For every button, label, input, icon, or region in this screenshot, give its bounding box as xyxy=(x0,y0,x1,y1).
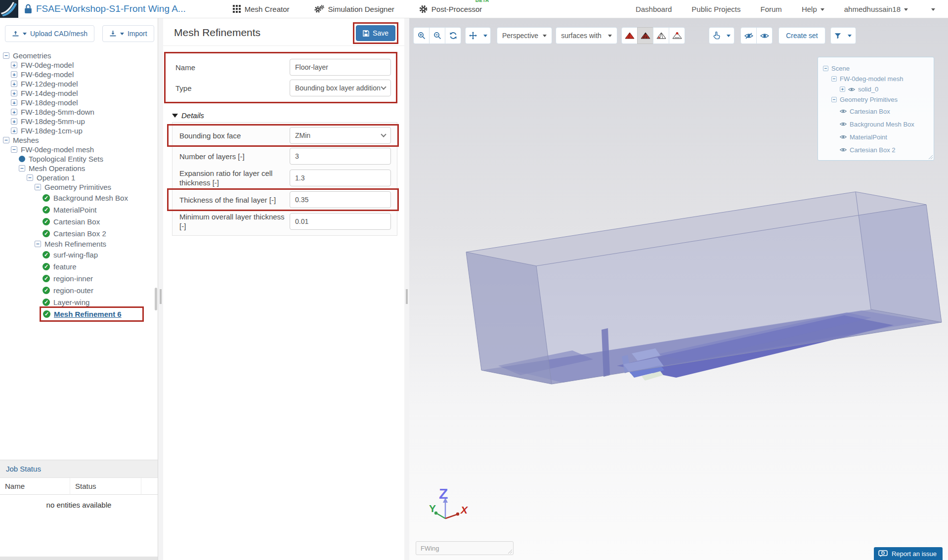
scene-tree-item-label[interactable]: Scene xyxy=(831,65,850,72)
tree-item[interactable]: ✓Cartesian Box 2 xyxy=(0,227,158,239)
nav-mesh-creator[interactable]: Mesh Creator xyxy=(233,5,290,13)
tree-item-label[interactable]: FW-18deg-5mm-down xyxy=(21,108,94,116)
minus-expand-icon[interactable]: − xyxy=(823,66,828,71)
tree-item-label[interactable]: Mesh Refinement 6 xyxy=(54,310,122,318)
render-mode-select[interactable]: surfaces with v xyxy=(556,27,617,44)
scene-tree-item[interactable]: Background Mesh Box xyxy=(823,118,930,130)
minus-expand-icon[interactable]: − xyxy=(831,97,837,102)
eye-icon[interactable] xyxy=(840,134,847,139)
minus-expand-icon[interactable]: − xyxy=(831,76,837,82)
plus-expand-icon[interactable]: + xyxy=(11,62,17,68)
tree-item[interactable]: ✓region-outer xyxy=(0,284,158,296)
tree-item-label[interactable]: FW-18deg-5mm-up xyxy=(21,117,85,126)
app-logo[interactable] xyxy=(0,0,18,18)
tree-item-label[interactable]: surf-wing-flap xyxy=(53,251,98,259)
create-set-button[interactable]: Create set xyxy=(778,27,825,44)
scene-tree-item-label[interactable]: Cartesian Box 2 xyxy=(850,146,896,154)
tree-item[interactable]: ✓Cartesian Box xyxy=(0,215,158,227)
tree-item[interactable]: ✓Background Mesh Box xyxy=(0,192,158,204)
tree-item[interactable]: ✓feature xyxy=(0,260,158,272)
pick-tool-button[interactable] xyxy=(709,27,734,44)
tree-item[interactable]: +FW-14deg-model xyxy=(0,88,158,98)
scene-tree-item[interactable]: MaterialPoint xyxy=(823,130,930,143)
nav-help-menu[interactable]: Help xyxy=(802,5,824,13)
plus-expand-icon[interactable]: + xyxy=(11,99,17,106)
tree-item-label[interactable]: Mesh Refinements xyxy=(44,240,106,248)
minus-expand-icon[interactable]: − xyxy=(35,184,41,190)
scene-tree-item[interactable]: −Geometry Primitives xyxy=(823,94,930,105)
panel-splitter[interactable] xyxy=(404,18,409,560)
tree-item-label[interactable]: Mesh Operations xyxy=(29,164,85,172)
tree-item[interactable]: +FW-18deg-model xyxy=(0,98,158,107)
report-issue-button[interactable]: Report an issue xyxy=(874,547,943,560)
tree-item[interactable]: ✓surf-wing-flap xyxy=(0,249,158,260)
nav-forum[interactable]: Forum xyxy=(761,5,782,13)
resize-handle-icon[interactable] xyxy=(508,549,512,554)
field-input[interactable]: 0.35 xyxy=(290,191,391,208)
tree-item-label[interactable]: FW-18deg-model xyxy=(21,98,78,107)
tree-item[interactable]: ✓Mesh Refinement 6 xyxy=(0,308,158,320)
plus-expand-icon[interactable]: + xyxy=(11,109,17,115)
zoom-in-button[interactable] xyxy=(413,27,430,44)
minus-expand-icon[interactable]: − xyxy=(27,174,33,181)
tree-item[interactable]: Topological Entity Sets xyxy=(0,154,158,164)
tree-item[interactable]: +FW-18deg-5mm-up xyxy=(0,117,158,126)
tree-item[interactable]: −Mesh Refinements xyxy=(0,239,158,249)
plus-expand-icon[interactable]: + xyxy=(11,118,17,125)
resize-handle-icon[interactable] xyxy=(928,154,933,159)
field-input[interactable]: 0.01 xyxy=(290,213,391,230)
tree-item-label[interactable]: Layer-wing xyxy=(53,298,89,306)
tree-item-label[interactable]: feature xyxy=(53,262,77,271)
field-select[interactable]: Bounding box layer addition xyxy=(290,80,391,96)
plus-expand-icon[interactable]: + xyxy=(840,86,845,92)
nav-dashboard[interactable]: Dashboard xyxy=(636,5,672,13)
eye-icon[interactable] xyxy=(848,87,855,92)
tree-item[interactable]: −Mesh Operations xyxy=(0,164,158,173)
sidebar-splitter[interactable] xyxy=(158,18,163,560)
plus-expand-icon[interactable]: + xyxy=(11,71,17,78)
scene-tree-item[interactable]: −FW-0deg-model mesh xyxy=(823,74,930,84)
project-title[interactable]: FSAE-Workshop-S1-Front Wing A... xyxy=(36,3,186,14)
eye-icon[interactable] xyxy=(840,122,847,127)
tree-item[interactable]: −FW-0deg-model mesh xyxy=(0,145,158,154)
nav-user-menu[interactable]: ahmedhussain18 xyxy=(844,5,908,13)
scene-tree-item-label[interactable]: MaterialPoint xyxy=(850,133,887,141)
scene-tree-item-label[interactable]: Geometry Primitives xyxy=(840,96,898,103)
tree-item[interactable]: +FW-12deg-model xyxy=(0,79,158,88)
plus-expand-icon[interactable]: + xyxy=(11,128,17,134)
tree-item-label[interactable]: Operation 1 xyxy=(37,173,75,182)
minus-expand-icon[interactable]: − xyxy=(35,241,41,247)
plus-expand-icon[interactable]: + xyxy=(11,90,17,96)
tree-item[interactable]: −Meshes xyxy=(0,135,158,145)
tree-item[interactable]: +FW-18deg-5mm-down xyxy=(0,107,158,117)
viewport-annotation-input[interactable]: FWing xyxy=(416,541,514,555)
scene-tree-item-label[interactable]: Background Mesh Box xyxy=(850,121,914,128)
display-toggle-button[interactable] xyxy=(653,27,669,44)
field-input[interactable]: 3 xyxy=(290,148,391,165)
nav-simulation-designer[interactable]: Simulation Designer xyxy=(314,5,394,13)
tree-item-label[interactable]: Meshes xyxy=(13,136,39,144)
show-all-button[interactable] xyxy=(756,27,773,44)
display-toggle-button[interactable] xyxy=(637,27,653,44)
scene-tree-item-label[interactable]: solid_0 xyxy=(858,86,878,93)
scene-tree-item-label[interactable]: Cartesian Box xyxy=(850,108,890,115)
splitter-grip[interactable] xyxy=(406,289,408,304)
tree-item-label[interactable]: FW-0deg-model xyxy=(21,61,74,69)
tree-item-label[interactable]: Topological Entity Sets xyxy=(29,155,103,163)
tree-item-label[interactable]: FW-0deg-model mesh xyxy=(21,145,94,154)
tree-item[interactable]: −Operation 1 xyxy=(0,173,158,182)
upload-cad-mesh-button[interactable]: Upload CAD/mesh xyxy=(5,25,94,42)
tree-item[interactable]: −Geometries xyxy=(0,51,158,60)
field-input[interactable]: 1.3 xyxy=(290,170,391,186)
display-toggle-button[interactable] xyxy=(621,27,638,44)
save-button[interactable]: Save xyxy=(356,25,395,41)
field-select[interactable]: ZMin xyxy=(290,127,391,144)
zoom-out-button[interactable] xyxy=(429,27,445,44)
eye-icon[interactable] xyxy=(840,109,847,114)
filter-button[interactable] xyxy=(830,27,856,44)
tree-item[interactable]: ✓region-inner xyxy=(0,272,158,284)
scene-tree-item[interactable]: Cartesian Box xyxy=(823,105,930,118)
tree-item[interactable]: −Geometry Primitives xyxy=(0,182,158,192)
tree-item[interactable]: +FW-0deg-model xyxy=(0,60,158,70)
hide-selection-button[interactable] xyxy=(740,27,757,44)
